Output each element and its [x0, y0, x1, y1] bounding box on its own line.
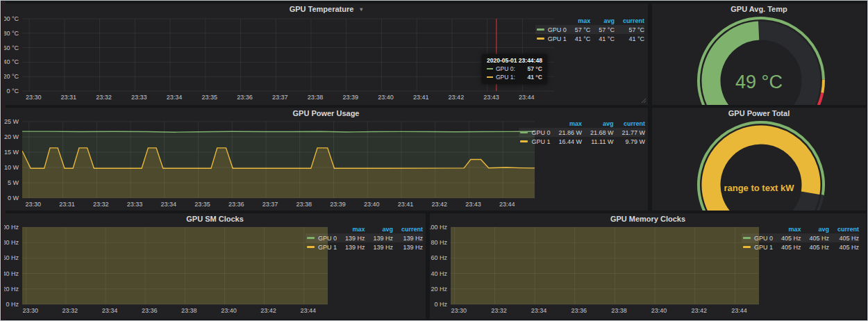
legend-stat-avg: 139 Hz [365, 233, 393, 242]
x-tick-label: 23:42 [260, 307, 276, 314]
panel-title-gpu-temperature[interactable]: GPU Temperature▾ [4, 3, 648, 15]
x-tick-label: 23:36 [571, 307, 587, 314]
legend-column-avg[interactable]: avg [590, 17, 615, 25]
legend-column-current[interactable]: current [829, 226, 859, 233]
x-tick-label: 23:43 [483, 94, 499, 101]
y-tick-label: 40 °C [4, 58, 19, 65]
gauge-threshold-arc [822, 80, 824, 93]
x-tick-label: 23:41 [413, 94, 429, 101]
x-tick-label: 23:42 [431, 201, 447, 208]
panel-title-gpu-sm-clocks[interactable]: GPU SM Clocks [4, 213, 426, 224]
legend-stat-current: 139 Hz [393, 233, 423, 242]
legend-stat-avg: 405 Hz [801, 233, 829, 242]
legend-stat-current: 57 °C [615, 25, 644, 34]
panel-gpu-power-total: GPU Power Total range to text kW [652, 108, 866, 211]
y-tick-label: 5 W [8, 179, 19, 186]
series-line-gpu-0 [22, 131, 535, 132]
x-tick-label: 23:30 [26, 94, 42, 101]
panel-title-gpu-power-total[interactable]: GPU Power Total [652, 108, 866, 119]
x-tick-label: 23:40 [378, 94, 394, 101]
legend-series-name[interactable]: GPU 1 [306, 242, 337, 252]
legend-stat-current: 21.77 W [613, 128, 645, 137]
chevron-down-icon[interactable]: ▾ [360, 6, 362, 13]
panel-title-text: GPU SM Clocks [186, 215, 244, 223]
panel-title-text: GPU Memory Clocks [610, 215, 685, 223]
y-tick-label: 60 Hz [431, 254, 447, 261]
panel-resize-handle[interactable] [641, 98, 646, 104]
y-tick-label: 40 Hz [431, 270, 447, 277]
y-tick-label: 10 W [4, 164, 19, 171]
legend-column-current[interactable]: current [393, 226, 423, 233]
series-color-dash-icon [520, 131, 528, 133]
legend-row: GPU 0139 Hz139 Hz139 Hz [306, 233, 423, 242]
x-tick-label: 23:34 [531, 307, 547, 314]
panel-title-gpu-avg-temp[interactable]: GPU Avg. Temp [652, 3, 866, 15]
legend-row: GPU 0405 Hz405 Hz405 Hz [742, 233, 859, 242]
x-tick-label: 23:30 [22, 307, 38, 314]
panel-title-text: GPU Power Usage [293, 109, 360, 117]
legend-column-avg[interactable]: avg [365, 226, 393, 233]
legend-column-max[interactable]: max [567, 17, 591, 25]
x-tick-label: 23:32 [491, 307, 507, 314]
x-tick-label: 23:38 [308, 94, 324, 101]
x-tick-label: 23:32 [96, 94, 112, 101]
legend-series-name[interactable]: GPU 0 [519, 128, 550, 137]
legend-series-name[interactable]: GPU 0 [742, 233, 773, 242]
series-color-dash-icon [537, 38, 544, 40]
legend-row: GPU 141 °C41 °C41 °C [535, 34, 644, 43]
legend-column-max[interactable]: max [773, 226, 801, 233]
panel-gpu-power-usage: GPU Power Usage 0 W5 W10 W15 W20 W25 W23… [4, 108, 648, 211]
legend-stat-current: 41 °C [615, 34, 644, 43]
x-tick-label: 23:34 [167, 94, 183, 101]
y-tick-label: 100 Hz [4, 224, 19, 231]
gauge-fill-arc [711, 31, 759, 105]
y-tick-label: 20 °C [4, 73, 19, 80]
x-tick-label: 23:40 [651, 307, 667, 314]
legend-column-max[interactable]: max [337, 226, 365, 233]
y-tick-label: 80 Hz [431, 239, 447, 246]
legend-series-name[interactable]: GPU 0 [535, 25, 567, 34]
legend-column-avg[interactable]: avg [582, 120, 614, 128]
y-tick-label: 0 Hz [434, 301, 447, 308]
x-tick-label: 23:40 [221, 307, 237, 314]
y-tick-label: 0 W [8, 195, 19, 201]
x-tick-label: 23:32 [93, 201, 109, 208]
legend-stat-max: 57 °C [567, 25, 591, 34]
panel-gpu-avg-temp: GPU Avg. Temp 49 °C [652, 3, 866, 105]
legend-series-name[interactable]: GPU 1 [519, 137, 550, 146]
tooltip-series-label: GPU 0: [496, 65, 515, 72]
legend-column-current[interactable]: current [615, 17, 644, 25]
legend-gpu-sm-clocks: maxavgcurrentGPU 0139 Hz139 Hz139 HzGPU … [306, 226, 423, 252]
x-tick-label: 23:42 [691, 307, 707, 314]
legend-series-name[interactable]: GPU 1 [742, 242, 773, 252]
series-color-dash-icon [487, 76, 493, 78]
legend-row: GPU 057 °C57 °C57 °C [535, 25, 644, 34]
y-tick-label: 20 Hz [4, 286, 19, 293]
legend-column-avg[interactable]: avg [801, 226, 829, 233]
legend-series-name[interactable]: GPU 1 [535, 34, 567, 43]
panel-title-text: GPU Temperature [290, 5, 354, 13]
legend-series-name[interactable]: GPU 0 [306, 233, 337, 242]
series-color-dash-icon [307, 237, 315, 239]
x-tick-label: 23:44 [731, 307, 747, 314]
y-tick-label: 80 Hz [4, 239, 19, 246]
legend-stat-avg: 21.68 W [582, 128, 614, 137]
y-tick-label: 20 W [4, 133, 19, 140]
x-tick-label: 23:38 [611, 307, 627, 314]
x-tick-label: 23:44 [519, 94, 535, 101]
y-tick-label: 100 °C [4, 15, 19, 22]
gpu_power_total-gauge [652, 119, 866, 211]
panel-title-text: GPU Power Total [728, 109, 790, 117]
legend-column-current[interactable]: current [613, 120, 645, 128]
legend-stat-max: 405 Hz [773, 233, 801, 242]
x-tick-label: 23:34 [160, 201, 176, 208]
x-tick-label: 23:41 [398, 201, 414, 208]
x-tick-label: 23:31 [59, 201, 75, 208]
y-tick-label: 0 Hz [6, 301, 19, 308]
panel-title-gpu-power-usage[interactable]: GPU Power Usage [4, 108, 648, 119]
legend-column-max[interactable]: max [550, 120, 582, 128]
grafana-dashboard: GPU Temperature▾ 0 °C20 °C40 °C60 °C80 °… [0, 0, 868, 321]
panel-title-gpu-memory-clocks[interactable]: GPU Memory Clocks [430, 213, 866, 224]
x-tick-label: 23:30 [451, 307, 467, 314]
legend-stat-current: 9.79 W [613, 137, 645, 146]
